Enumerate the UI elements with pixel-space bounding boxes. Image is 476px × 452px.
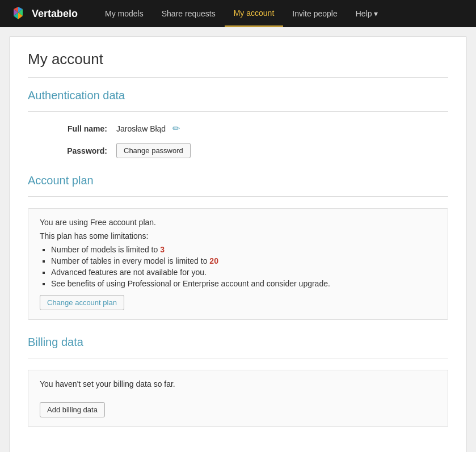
auth-heading: Authentication data — [28, 89, 448, 102]
limit-models: 3 — [160, 245, 165, 254]
logo-icon — [9, 5, 27, 23]
change-account-plan-button[interactable]: Change account plan — [40, 295, 124, 310]
edit-name-icon[interactable]: ✏ — [172, 123, 180, 134]
billing-info-box: You haven't set your billing data so far… — [28, 370, 448, 427]
full-name-row: Full name: Jarosław Błąd ✏ — [28, 123, 448, 134]
billing-divider — [28, 358, 448, 358]
nav-help[interactable]: Help ▾ — [347, 1, 387, 26]
nav-invite-people[interactable]: Invite people — [283, 1, 346, 26]
password-label: Password: — [50, 146, 107, 155]
auth-divider — [28, 111, 448, 112]
logo-text: Vertabelo — [32, 8, 78, 20]
password-row: Password: Change password — [28, 143, 448, 158]
full-name-value: Jarosław Błąd — [116, 124, 166, 133]
limitations-intro: This plan has some limitations: — [40, 231, 436, 240]
plan-info-box: You are using Free account plan. This pl… — [28, 208, 448, 320]
auth-section: Authentication data Full name: Jarosław … — [28, 89, 448, 158]
limit-tables: 20 — [209, 256, 218, 265]
navbar: Vertabelo My models Share requests My ac… — [0, 0, 476, 27]
content-card: My account Authentication data Full name… — [9, 36, 467, 452]
billing-heading: Billing data — [28, 336, 448, 349]
page-wrapper: My account Authentication data Full name… — [0, 27, 476, 452]
no-billing-text: You haven't set your billing data so far… — [40, 379, 436, 388]
nav-my-models[interactable]: My models — [96, 1, 153, 26]
logo: Vertabelo — [9, 5, 78, 23]
nav-share-requests[interactable]: Share requests — [153, 1, 225, 26]
list-item: See benefits of using Professional or En… — [51, 279, 436, 288]
account-plan-heading: Account plan — [28, 174, 448, 187]
chevron-down-icon: ▾ — [374, 9, 378, 18]
list-item: Advanced features are not available for … — [51, 268, 436, 277]
page-title: My account — [28, 50, 448, 68]
billing-section: Billing data You haven't set your billin… — [28, 336, 448, 427]
current-plan-text: You are using Free account plan. — [40, 218, 436, 227]
nav-my-account[interactable]: My account — [225, 1, 284, 27]
account-plan-section: Account plan You are using Free account … — [28, 174, 448, 320]
change-password-button[interactable]: Change password — [116, 143, 191, 158]
limitations-list: Number of models is limited to 3 Number … — [51, 245, 436, 288]
full-name-label: Full name: — [50, 124, 107, 133]
list-item: Number of tables in every model is limit… — [51, 256, 436, 265]
list-item: Number of models is limited to 3 — [51, 245, 436, 254]
add-billing-data-button[interactable]: Add billing data — [40, 402, 105, 417]
plan-divider — [28, 196, 448, 197]
nav-links: My models Share requests My account Invi… — [96, 1, 467, 27]
title-divider — [28, 77, 448, 78]
